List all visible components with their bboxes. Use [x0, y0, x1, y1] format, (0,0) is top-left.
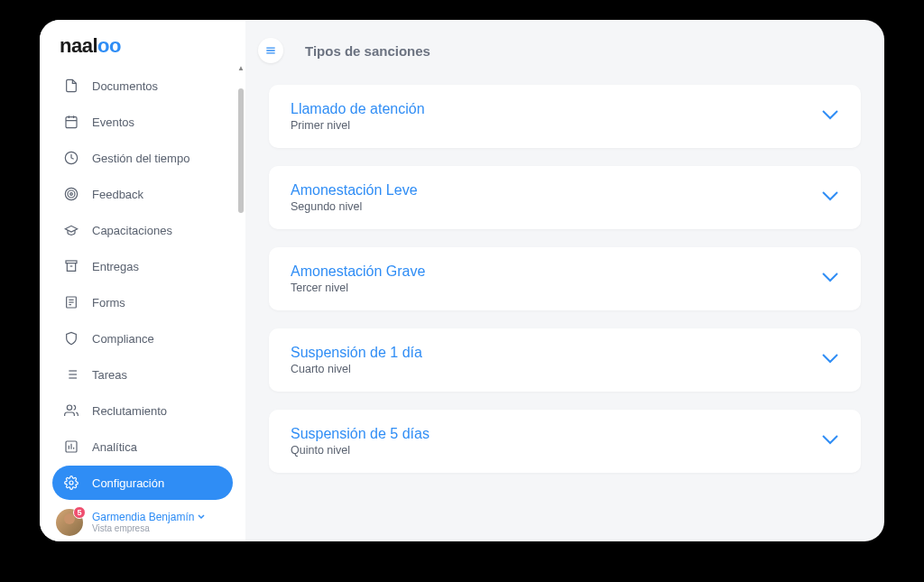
- chevron-down-icon: [821, 109, 839, 120]
- card-text: Amonestación Leve Segundo nivel: [291, 182, 418, 213]
- expand-button[interactable]: [821, 351, 839, 369]
- card-title: Amonestación Grave: [291, 263, 425, 280]
- svg-point-5: [65, 188, 77, 199]
- sidebar-item-capacitaciones[interactable]: Capacitaciones: [52, 213, 233, 247]
- people-icon: [63, 402, 79, 419]
- sidebar-item-forms[interactable]: Forms: [52, 285, 233, 319]
- sidebar-item-label: Capacitaciones: [92, 224, 172, 237]
- sanction-card[interactable]: Suspensión de 1 día Cuarto nivel: [269, 328, 861, 392]
- sidebar-item-label: Reclutamiento: [92, 404, 167, 418]
- sidebar-item-documentos[interactable]: Documentos: [52, 69, 233, 103]
- svg-point-7: [70, 193, 73, 196]
- expand-button[interactable]: [821, 432, 839, 450]
- chevron-down-icon: [198, 514, 205, 520]
- svg-rect-0: [66, 117, 77, 128]
- card-subtitle: Segundo nivel: [291, 200, 418, 213]
- sidebar-item-tareas[interactable]: Tareas: [52, 357, 233, 392]
- logo-text: naaloo: [60, 34, 121, 57]
- nav-list: ▲ Documentos Eventos Gestión del tiempo …: [40, 65, 245, 502]
- sidebar-item-label: Forms: [92, 296, 125, 309]
- expand-button[interactable]: [821, 189, 839, 207]
- sanction-card[interactable]: Amonestación Leve Segundo nivel: [269, 166, 861, 229]
- scroll-thumb[interactable]: [238, 88, 244, 213]
- user-block[interactable]: 5 Garmendia Benjamín Vista empresa: [40, 502, 245, 536]
- sanction-card[interactable]: Suspensión de 5 días Quinto nivel: [269, 410, 861, 473]
- clock-icon: [63, 150, 79, 166]
- sidebar-item-label: Documentos: [92, 79, 158, 93]
- sidebar-item-reclutamiento[interactable]: Reclutamiento: [52, 393, 233, 428]
- sanction-card[interactable]: Amonestación Grave Tercer nivel: [269, 247, 861, 310]
- gear-icon: [63, 475, 79, 491]
- sidebar-item-label: Configuración: [92, 476, 164, 490]
- sanction-card[interactable]: Llamado de atención Primer nivel: [269, 85, 861, 148]
- main-content: Tipos de sanciones Llamado de atención P…: [245, 20, 884, 541]
- graduation-icon: [63, 222, 79, 238]
- calendar-icon: [63, 114, 79, 130]
- chevron-down-icon: [821, 272, 839, 282]
- archive-icon: [63, 258, 79, 274]
- topbar: Tipos de sanciones: [245, 20, 884, 76]
- logo-part1: naal: [60, 34, 97, 57]
- analytics-icon: [63, 439, 79, 455]
- avatar: 5: [56, 509, 83, 536]
- document-icon: [63, 78, 79, 94]
- sidebar-item-gestion-tiempo[interactable]: Gestión del tiempo: [52, 141, 233, 175]
- scrollbar[interactable]: ▲: [238, 65, 244, 318]
- chevron-down-icon: [821, 190, 839, 201]
- svg-point-25: [69, 481, 73, 485]
- card-subtitle: Primer nivel: [291, 119, 425, 132]
- chevron-down-icon: [821, 353, 839, 364]
- card-title: Suspensión de 1 día: [291, 345, 422, 361]
- card-subtitle: Tercer nivel: [291, 282, 425, 294]
- app-window: naaloo ▲ Documentos Eventos Gestión del …: [40, 20, 884, 541]
- logo: naaloo: [40, 34, 245, 65]
- scroll-up-arrow[interactable]: ▲: [237, 65, 245, 72]
- notification-badge: 5: [73, 506, 86, 519]
- user-info: Garmendia Benjamín Vista empresa: [92, 511, 205, 534]
- card-subtitle: Quinto nivel: [291, 444, 430, 457]
- svg-point-6: [68, 190, 75, 198]
- card-subtitle: Cuarto nivel: [291, 363, 422, 375]
- svg-rect-8: [66, 261, 77, 263]
- target-icon: [63, 186, 79, 202]
- sidebar-item-label: Gestión del tiempo: [92, 152, 189, 165]
- hamburger-icon: [264, 44, 277, 57]
- card-text: Amonestación Grave Tercer nivel: [291, 263, 425, 294]
- sidebar-item-eventos[interactable]: Eventos: [52, 105, 233, 139]
- sidebar-item-label: Analítica: [92, 440, 137, 454]
- tasks-icon: [63, 366, 79, 383]
- sidebar-item-label: Entregas: [92, 260, 139, 273]
- sidebar: naaloo ▲ Documentos Eventos Gestión del …: [40, 20, 245, 541]
- card-title: Llamado de atención: [291, 101, 425, 117]
- sidebar-item-feedback[interactable]: Feedback: [52, 177, 233, 211]
- expand-button[interactable]: [821, 107, 839, 125]
- expand-button[interactable]: [821, 270, 839, 288]
- sidebar-item-label: Tareas: [92, 368, 127, 382]
- user-name[interactable]: Garmendia Benjamín: [92, 511, 205, 523]
- sidebar-item-label: Feedback: [92, 188, 143, 201]
- page-title: Tipos de sanciones: [305, 43, 430, 59]
- svg-point-20: [67, 405, 71, 410]
- menu-toggle-button[interactable]: [258, 38, 283, 63]
- sidebar-item-compliance[interactable]: Compliance: [52, 321, 233, 356]
- card-title: Amonestación Leve: [291, 182, 418, 199]
- user-subtitle: Vista empresa: [92, 523, 205, 534]
- sidebar-item-label: Eventos: [92, 115, 134, 129]
- sidebar-item-label: Compliance: [92, 332, 154, 346]
- user-name-text: Garmendia Benjamín: [92, 511, 194, 523]
- form-icon: [63, 294, 79, 310]
- card-title: Suspensión de 5 días: [291, 426, 430, 442]
- content-area: Llamado de atención Primer nivel Amonest…: [245, 76, 884, 541]
- sidebar-item-entregas[interactable]: Entregas: [52, 249, 233, 283]
- card-text: Suspensión de 1 día Cuarto nivel: [291, 345, 422, 375]
- chevron-down-icon: [821, 434, 839, 445]
- card-text: Suspensión de 5 días Quinto nivel: [291, 426, 430, 457]
- card-text: Llamado de atención Primer nivel: [291, 101, 425, 132]
- sidebar-item-analitica[interactable]: Analítica: [52, 430, 233, 464]
- logo-part2: oo: [97, 34, 121, 57]
- sidebar-item-configuracion[interactable]: Configuración: [52, 466, 233, 500]
- shield-icon: [63, 330, 79, 346]
